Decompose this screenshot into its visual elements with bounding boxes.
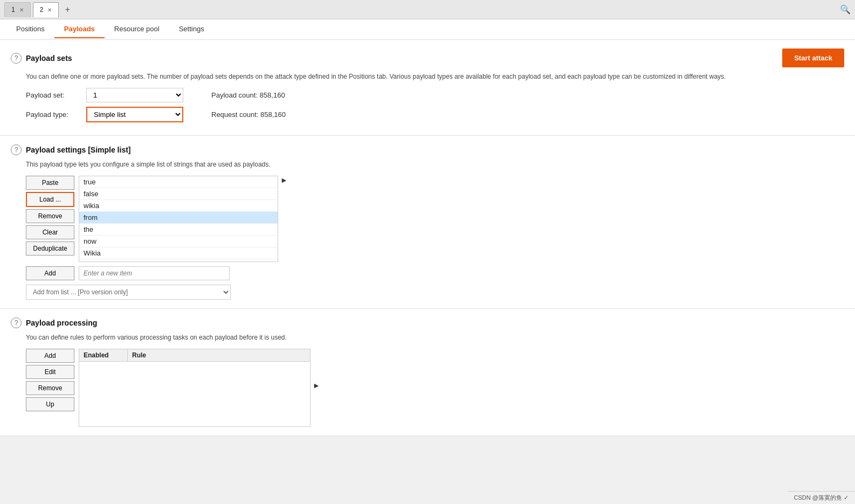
tab-1-label: 1 bbox=[11, 6, 15, 13]
remove-button[interactable]: Remove bbox=[26, 209, 74, 223]
clear-button[interactable]: Clear bbox=[26, 225, 74, 239]
paste-button[interactable]: Paste bbox=[26, 176, 74, 190]
proc-col-rule-header: Rule bbox=[128, 349, 310, 361]
payload-sets-title: Payload sets bbox=[26, 54, 72, 63]
add-item-input[interactable] bbox=[79, 266, 230, 280]
tab-resource-pool[interactable]: Resource pool bbox=[105, 20, 169, 38]
proc-col-enabled-header: Enabled bbox=[79, 349, 128, 361]
proc-up-button[interactable]: Up bbox=[26, 397, 74, 411]
payload-set-select[interactable]: 1 2 3 bbox=[86, 88, 183, 102]
payload-settings-help-icon[interactable]: ? bbox=[11, 144, 22, 155]
add-from-list-row: Add from list ... [Pro version only] bbox=[26, 285, 844, 300]
load-button[interactable]: Load ... bbox=[26, 192, 74, 207]
proc-add-button[interactable]: Add bbox=[26, 349, 74, 363]
processing-buttons: Add Edit Remove Up bbox=[26, 349, 74, 427]
search-icon[interactable]: 🔍 bbox=[840, 4, 851, 15]
payload-type-row: Payload type: Simple list Runtime file C… bbox=[26, 107, 844, 122]
nav-tabs: Positions Payloads Resource pool Setting… bbox=[0, 19, 855, 40]
payload-list-box[interactable]: truefalsewikiafromthenowWikia bbox=[79, 176, 278, 262]
add-row: Add bbox=[26, 266, 844, 280]
payload-set-label: Payload set: bbox=[26, 91, 80, 99]
payload-settings-title-area: ? Payload settings [Simple list] bbox=[11, 144, 844, 155]
payload-processing-help-icon[interactable]: ? bbox=[11, 317, 22, 328]
list-item[interactable]: from bbox=[79, 212, 278, 224]
proc-table-body bbox=[79, 362, 310, 426]
proc-remove-button[interactable]: Remove bbox=[26, 381, 74, 395]
list-item[interactable]: false bbox=[79, 188, 278, 200]
list-item[interactable]: the bbox=[79, 224, 278, 236]
payload-sets-title-area: ? Payload sets bbox=[11, 53, 72, 64]
payload-sets-description: You can define one or more payload sets.… bbox=[26, 72, 844, 81]
payload-processing-section: ? Payload processing You can define rule… bbox=[0, 309, 855, 436]
processing-container: Add Edit Remove Up Enabled Rule ► bbox=[26, 349, 844, 427]
proc-table-wrapper: Enabled Rule ► bbox=[79, 349, 320, 427]
list-item[interactable]: wikia bbox=[79, 200, 278, 212]
status-text: CSDN @落寞的鱼 ✓ bbox=[794, 494, 849, 501]
list-item[interactable]: Wikia bbox=[79, 247, 278, 259]
payload-settings-section: ? Payload settings [Simple list] This pa… bbox=[0, 136, 855, 309]
proc-table: Enabled Rule bbox=[79, 349, 311, 427]
payload-settings-description: This payload type lets you configure a s… bbox=[26, 160, 844, 169]
proc-scroll-arrow[interactable]: ► bbox=[313, 381, 320, 390]
tab-1-close[interactable]: ✕ bbox=[19, 7, 24, 13]
proc-edit-button[interactable]: Edit bbox=[26, 365, 74, 379]
processing-area: Add Edit Remove Up Enabled Rule ► bbox=[26, 349, 844, 427]
list-buttons: Paste Load ... Remove Clear Deduplicate bbox=[26, 176, 74, 262]
payload-set-row: Payload set: 1 2 3 Payload count: 858,16… bbox=[26, 88, 844, 102]
proc-table-header: Enabled Rule bbox=[79, 349, 310, 362]
deduplicate-button[interactable]: Deduplicate bbox=[26, 241, 74, 256]
payload-type-select[interactable]: Simple list Runtime file Custom iterator… bbox=[86, 107, 183, 122]
add-from-list-select[interactable]: Add from list ... [Pro version only] bbox=[26, 285, 231, 300]
scroll-arrow[interactable]: ► bbox=[280, 176, 288, 184]
list-item[interactable]: true bbox=[79, 176, 278, 188]
list-container: Paste Load ... Remove Clear Deduplicate … bbox=[26, 176, 844, 262]
payload-processing-description: You can define rules to perform various … bbox=[26, 333, 844, 342]
add-item-button[interactable]: Add bbox=[26, 266, 74, 280]
payload-sets-section: ? Payload sets Start attack You can defi… bbox=[0, 40, 855, 136]
tab-settings[interactable]: Settings bbox=[169, 20, 214, 38]
payload-processing-title: Payload processing bbox=[26, 319, 97, 327]
payload-sets-header: ? Payload sets Start attack bbox=[11, 49, 844, 67]
tab-payloads[interactable]: Payloads bbox=[54, 20, 105, 38]
payload-settings-area: Paste Load ... Remove Clear Deduplicate … bbox=[26, 176, 844, 300]
tab-2-label: 2 bbox=[40, 6, 44, 13]
tab-positions[interactable]: Positions bbox=[6, 20, 54, 38]
start-attack-button[interactable]: Start attack bbox=[782, 49, 844, 67]
tab-2-close[interactable]: ✕ bbox=[47, 7, 52, 13]
payload-settings-title: Payload settings [Simple list] bbox=[26, 146, 131, 154]
list-area-wrapper: truefalsewikiafromthenowWikia ► bbox=[79, 176, 288, 262]
request-count-info: Request count: 858,160 bbox=[211, 111, 286, 119]
payload-count-info: Payload count: 858,160 bbox=[211, 91, 285, 99]
payload-sets-help-icon[interactable]: ? bbox=[11, 53, 22, 64]
status-bar: CSDN @落寞的鱼 ✓ bbox=[788, 491, 855, 504]
new-tab-button[interactable]: + bbox=[61, 3, 74, 16]
list-item[interactable]: now bbox=[79, 236, 278, 247]
tab-1[interactable]: 1 ✕ bbox=[4, 2, 31, 17]
tab-bar: 1 ✕ 2 ✕ + 🔍 bbox=[0, 0, 855, 19]
main-content: ? Payload sets Start attack You can defi… bbox=[0, 40, 855, 436]
tab-2[interactable]: 2 ✕ bbox=[33, 2, 59, 17]
payload-type-label: Payload type: bbox=[26, 111, 80, 119]
payload-processing-title-area: ? Payload processing bbox=[11, 317, 844, 328]
